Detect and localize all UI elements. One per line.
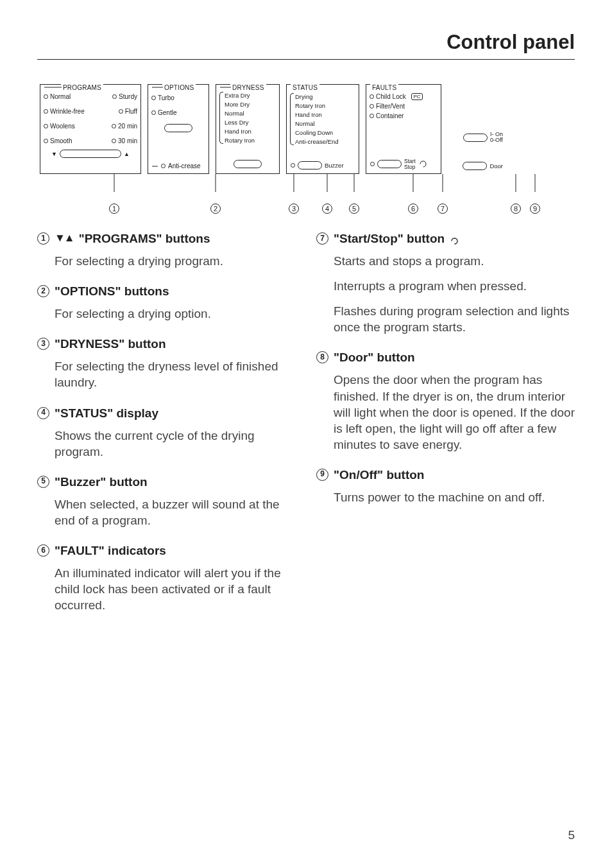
desc-num-4: 4 (37, 407, 49, 419)
desc-num-2: 2 (37, 285, 49, 297)
fault-filter: Filter/Vent (376, 103, 405, 110)
desc-para: Flashes during program selection and lig… (334, 303, 575, 335)
desc-num-7: 7 (316, 232, 328, 245)
prog-normal: Normal (50, 93, 71, 100)
callout-4: 4 (322, 204, 332, 214)
prog-30min: 30 min (118, 137, 137, 144)
desc-item-5: 5 "Buzzer" buttonWhen selected, a buzzer… (37, 474, 296, 528)
desc-title-3: "DRYNESS" button (55, 336, 166, 352)
dryness-button[interactable] (234, 160, 262, 168)
desc-head-3: 3 "DRYNESS" button (37, 336, 296, 352)
desc-head-7: 7 "Start/Stop" button (316, 230, 575, 247)
desc-body-9: Turns power to the machine on and off. (316, 489, 575, 505)
desc-title-5: "Buzzer" button (55, 474, 148, 490)
callout-1: 1 (109, 204, 119, 214)
dryness-header: DRYNESS (230, 84, 266, 91)
desc-item-2: 2 "OPTIONS" buttonsFor selecting a dryin… (37, 283, 296, 322)
callout-2: 2 (210, 204, 221, 214)
desc-head-8: 8 "Door" button (316, 349, 575, 365)
desc-title-4: "STATUS" display (55, 405, 158, 421)
callout-5: 5 (349, 204, 359, 214)
desc-head-2: 2 "OPTIONS" buttons (37, 283, 296, 299)
desc-body-1: For selecting a drying program. (37, 253, 296, 269)
desc-item-7: 7 "Start/Stop" buttonStarts and stops a … (316, 230, 575, 335)
desc-head-9: 9 "On/Off" button (316, 467, 575, 483)
prog-smooth: Smooth (50, 137, 72, 144)
onoff-button[interactable] (463, 134, 488, 142)
desc-title-7: "Start/Stop" button (334, 230, 445, 247)
desc-head-6: 6 "FAULT" indicators (37, 542, 296, 559)
door-button[interactable] (463, 162, 487, 170)
dry-more: More Dry (225, 101, 255, 108)
desc-para: Shows the current cycle of the drying pr… (55, 428, 296, 460)
startstop-label: StartStop (404, 159, 416, 169)
desc-para: For selecting the dryness level of finis… (55, 358, 296, 390)
programs-header: PROGRAMS (61, 84, 103, 91)
options-header: OPTIONS (162, 84, 196, 91)
pc-icon: PC (411, 93, 422, 100)
options-button[interactable] (164, 124, 192, 132)
desc-num-8: 8 (316, 351, 328, 363)
desc-para: Interrupts a program when pressed. (334, 278, 575, 294)
callout-8: 8 (511, 204, 521, 214)
status-header: STATUS (291, 84, 319, 91)
opt-anticrease: Anti-crease (168, 162, 201, 169)
desc-item-9: 9 "On/Off" buttonTurns power to the mach… (316, 467, 575, 505)
control-panel-diagram: PROGRAMS Normal Sturdy Wrinkle-free Fluf… (37, 84, 575, 216)
callout-7: 7 (438, 204, 448, 214)
desc-item-6: 6 "FAULT" indicatorsAn illuminated indic… (37, 542, 296, 613)
desc-item-1: 1▼▲ "PROGRAMS" buttonsFor selecting a dr… (37, 230, 296, 269)
buzzer-button[interactable] (298, 161, 322, 169)
down-arrow-icon: ▼ (51, 151, 57, 157)
desc-item-4: 4 "STATUS" displayShows the current cycl… (37, 405, 296, 460)
desc-para: Opens the door when the program has fini… (334, 372, 575, 452)
desc-para: For selecting a drying program. (55, 253, 296, 269)
desc-item-8: 8 "Door" buttonOpens the door when the p… (316, 349, 575, 452)
desc-body-5: When selected, a buzzer will sound at th… (37, 496, 296, 528)
dry-rotary: Rotary Iron (225, 137, 255, 144)
down-up-arrows-icon: ▼▲ (55, 231, 74, 245)
callout-9: 9 (530, 204, 540, 214)
desc-para: For selecting a drying option. (55, 306, 296, 322)
st-cooling: Cooling Down (295, 129, 339, 136)
desc-head-1: 1▼▲ "PROGRAMS" buttons (37, 230, 296, 247)
startstop-button[interactable] (377, 160, 402, 168)
desc-body-7: Starts and stops a program.Interrupts a … (316, 253, 575, 335)
dry-extra: Extra Dry (225, 92, 255, 99)
desc-num-6: 6 (37, 544, 49, 557)
st-hand: Hand Iron (295, 111, 339, 118)
desc-title-6: "FAULT" indicators (55, 542, 166, 559)
desc-num-3: 3 (37, 338, 49, 350)
prog-fluff: Fluff (125, 108, 137, 115)
fault-container: Container (376, 112, 404, 119)
prog-wrinklefree: Wrinkle-free (50, 108, 85, 115)
desc-para: Turns power to the machine on and off. (334, 489, 575, 505)
opt-gentle: Gentle (158, 109, 176, 116)
desc-item-3: 3 "DRYNESS" buttonFor selecting the dryn… (37, 336, 296, 390)
desc-title-9: "On/Off" button (334, 467, 424, 483)
desc-para: Starts and stops a program. (334, 253, 575, 269)
right-column: 7 "Start/Stop" buttonStarts and stops a … (316, 230, 575, 627)
prog-sturdy: Sturdy (119, 93, 137, 100)
fault-childlock: Child Lock (376, 93, 406, 100)
faults-header: FAULTS (370, 84, 398, 91)
descriptions: 1▼▲ "PROGRAMS" buttonsFor selecting a dr… (37, 230, 575, 627)
start-arc-icon (450, 234, 459, 243)
desc-title-1: "PROGRAMS" buttons (79, 230, 210, 247)
programs-button[interactable] (60, 150, 121, 158)
desc-head-5: 5 "Buzzer" button (37, 474, 296, 490)
desc-body-4: Shows the current cycle of the drying pr… (37, 428, 296, 460)
desc-para: When selected, a buzzer will sound at th… (55, 496, 296, 528)
dry-hand: Hand Iron (225, 128, 255, 135)
callout-6: 6 (408, 204, 418, 214)
up-arrow-icon: ▲ (124, 151, 130, 157)
desc-para: An illuminated indicator will alert you … (55, 565, 296, 613)
buzzer-label: Buzzer (325, 162, 344, 169)
st-anticrease: Anti-crease/End (295, 138, 339, 145)
desc-num-9: 9 (316, 469, 328, 481)
desc-body-3: For selecting the dryness level of finis… (37, 358, 296, 390)
prog-woolens: Woolens (50, 123, 75, 130)
opt-turbo: Turbo (158, 94, 174, 101)
door-label: Door (489, 162, 503, 169)
st-normal: Normal (295, 120, 339, 127)
